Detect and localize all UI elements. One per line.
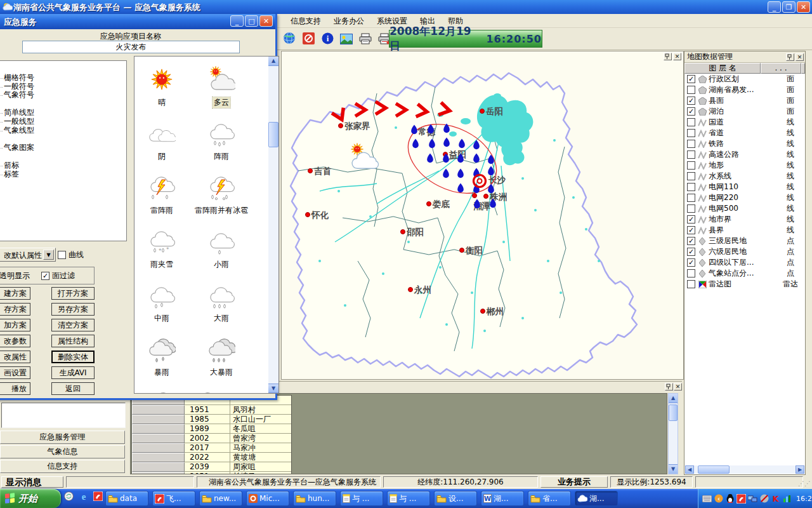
dialog-button-打开方案[interactable]: 打开方案 [51, 287, 95, 300]
layer-row-地市界[interactable]: ✓地市界线 [684, 214, 805, 225]
resize-grip[interactable]: ⋰⋰ [798, 480, 811, 487]
dialog-button-改参数[interactable]: 改参数 [0, 335, 30, 347]
task-button-设...[interactable]: 设... [434, 491, 477, 506]
stop-icon[interactable] [301, 31, 316, 46]
bottom-pin-button[interactable] [665, 383, 673, 391]
scroll-down-icon[interactable]: ▼ [669, 464, 678, 474]
weather-item-暴雨[interactable]: 暴雨 [142, 331, 181, 378]
task-button-Mic...[interactable]: Mic... [246, 491, 289, 506]
weather-item-partial[interactable] [187, 385, 226, 394]
task-button-data[interactable]: data [105, 491, 148, 506]
layer-row-六级居民地[interactable]: ✓六级居民地点 [684, 246, 805, 257]
layer-row-地形[interactable]: 地形线 [684, 160, 805, 171]
scroll-down-icon[interactable]: ▼ [268, 384, 278, 393]
layer-checkbox[interactable]: ✓ [687, 215, 695, 224]
layer-row-县界[interactable]: ✓县界线 [684, 225, 805, 236]
layer-checkbox[interactable] [687, 161, 695, 170]
layer-checkbox[interactable]: ✓ [687, 75, 695, 83]
task-button-湖...[interactable]: W湖... [481, 491, 524, 506]
project-name-input[interactable]: 火灾发布 [22, 41, 240, 53]
map-canvas[interactable]: ✕ [281, 51, 684, 380]
layer-row-铁路[interactable]: 铁路线 [684, 138, 805, 149]
globe-icon[interactable] [282, 30, 297, 46]
layer-checkbox[interactable] [687, 86, 695, 94]
map-pin-button[interactable] [664, 53, 672, 60]
layer-checkbox[interactable] [687, 150, 695, 159]
weather-item-雷阵雨并有冰雹[interactable]: 雷阵雨并有冰雹 [187, 170, 256, 216]
table-row[interactable]: 1989冬瓜咀 [132, 424, 291, 434]
table-row[interactable]: 2022黄坡塘 [132, 453, 291, 462]
tree-item-气象线型[interactable]: 气象线型 [0, 126, 126, 135]
weather-vscrollbar[interactable]: ▲ ▼ [268, 57, 278, 393]
layer-row-电网110[interactable]: 电网110线 [684, 182, 805, 192]
layer-checkbox[interactable] [687, 269, 695, 277]
face-filter-checkbox[interactable]: ✓面过滤 [41, 271, 75, 281]
start-button[interactable]: 开始 [0, 489, 61, 508]
dialog-button-建方案[interactable]: 建方案 [0, 287, 30, 300]
left-bar-气象信息[interactable]: 气象信息 [0, 445, 125, 458]
keyboard-icon[interactable] [702, 494, 712, 504]
layer-row-三级居民地[interactable]: ✓三级居民地点 [684, 236, 805, 246]
layer-row-电网500[interactable]: 电网500线 [684, 203, 805, 214]
layer-checkbox[interactable]: ✓ [687, 226, 695, 234]
weather-item-中雨[interactable]: 中雨 [142, 277, 181, 324]
layer-row-县面[interactable]: ✓县面面 [684, 95, 805, 106]
chevron-down-icon[interactable]: ▼ [43, 250, 54, 260]
layer-row-国道[interactable]: 国道线 [684, 117, 805, 128]
layers-hscrollbar[interactable]: ◀ ▶ [685, 465, 804, 474]
scroll-thumb[interactable] [268, 122, 278, 147]
task-button-与 ...[interactable]: 与 ... [340, 491, 383, 506]
tree-item-号[interactable]: 号 [0, 65, 126, 74]
layer-checkbox[interactable] [687, 194, 695, 202]
tree-item-简单线型[interactable]: 简单线型 [0, 109, 126, 117]
dialog-button-返回[interactable]: 返回 [51, 382, 95, 395]
dialog-button-清空方案[interactable]: 清空方案 [51, 319, 95, 331]
layer-row-水系线[interactable]: 水系线线 [684, 171, 805, 182]
left-bar-信息支持[interactable]: 信息支持 [0, 460, 125, 473]
layer-row-电网220[interactable]: 电网220线 [684, 192, 805, 203]
layer-checkbox[interactable] [687, 280, 695, 288]
station-table[interactable]: 1951凤羽村1985水口山一厂1989冬瓜咀2002曾家湾2017马家冲202… [131, 395, 292, 474]
sync-icon[interactable] [63, 491, 74, 502]
restore-button[interactable]: ❐ [782, 1, 796, 13]
layer-checkbox[interactable]: ✓ [687, 258, 695, 267]
map-close-button[interactable]: ✕ [673, 53, 681, 60]
layer-row-行政区划[interactable]: ✓行政区划面 [684, 74, 805, 84]
layer-checkbox[interactable] [687, 172, 695, 180]
scroll-thumb[interactable] [669, 404, 678, 421]
layer-name-header[interactable]: 图 层 名 [684, 63, 761, 74]
dialog-button-存方案[interactable]: 存方案 [0, 303, 30, 316]
table-row[interactable]: 2039周家咀 [132, 462, 291, 472]
weather-item-大暴雨[interactable]: 大暴雨 [187, 331, 256, 378]
layer-checkbox[interactable]: ✓ [687, 237, 695, 245]
weather-symbol-list[interactable]: 晴多云阴阵雨雷阵雨雷阵雨并有冰雹**雨夹雪小雨中雨大雨暴雨大暴雨 ▲ ▼ [134, 56, 279, 394]
fetion-icon[interactable] [93, 491, 103, 502]
weather-item-多云[interactable]: 多云 [187, 62, 256, 108]
tree-item-他[interactable]: 他 [0, 152, 126, 161]
layer-row-四级以下居...[interactable]: ✓四级以下居...点 [684, 257, 805, 268]
network-icon[interactable] [748, 494, 757, 504]
weather-item-阵雨[interactable]: 阵雨 [187, 116, 256, 162]
layer-row-气象站点分...[interactable]: 气象站点分...点 [684, 268, 805, 279]
task-button-hun...[interactable]: hun... [293, 491, 336, 506]
layer-row-湖泊[interactable]: ✓湖泊面 [684, 106, 805, 117]
dialog-button-属性结构[interactable]: 属性结构 [51, 335, 95, 347]
info-icon[interactable]: i [320, 31, 335, 46]
layer-checkbox[interactable] [687, 118, 695, 126]
dialog-close-button[interactable]: ✕ [259, 15, 273, 27]
layer-checkbox[interactable] [687, 183, 695, 191]
fetion-icon[interactable] [737, 494, 746, 504]
tree-item-气象图案[interactable]: 气象图案 [0, 144, 126, 152]
layer-row-高速公路[interactable]: 高速公路线 [684, 149, 805, 160]
tree-item-一般符号[interactable]: 一般符号 [0, 83, 126, 91]
layer-checkbox[interactable] [687, 204, 695, 213]
tree-item-箭标[interactable]: 箭标 [0, 161, 126, 170]
message-listbox[interactable] [1, 403, 126, 428]
curve-checkbox[interactable]: 曲线 [58, 250, 84, 260]
scroll-right-icon[interactable]: ▶ [796, 465, 804, 474]
arrow-circle-icon[interactable]: ‹ [714, 494, 723, 504]
panel-pin-button[interactable] [786, 53, 794, 61]
tree-item-案[interactable]: 案 [0, 135, 126, 144]
layer-type-header[interactable]: . . . [761, 63, 801, 74]
dialog-minimize-button[interactable]: _ [230, 15, 244, 27]
